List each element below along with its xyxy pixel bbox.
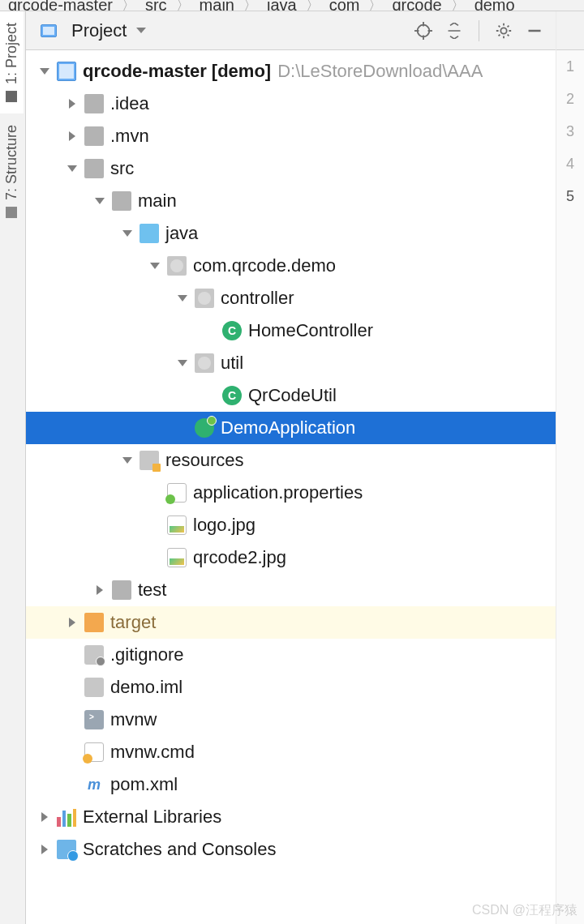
gutter-line-number[interactable]: 2 <box>556 83 584 115</box>
props-icon <box>167 483 187 503</box>
tree-node-controller[interactable]: controller <box>26 282 556 314</box>
tree-node-label: test <box>138 580 166 601</box>
spring-icon <box>195 418 214 438</box>
tree-node-label: HomeController <box>248 320 373 341</box>
breadcrumb[interactable]: qrcode-master〉src〉main〉java〉com〉qrcode〉d… <box>0 0 584 11</box>
tree-node-qrcode-master[interactable]: qrcode-master[demo]D:\LeStoreDownload\AA… <box>26 55 556 88</box>
collapse-icon[interactable] <box>148 263 162 269</box>
tree-node-demoapplication[interactable]: DemoApplication <box>26 412 556 444</box>
tree-node--gitignore[interactable]: .gitignore <box>26 639 556 671</box>
tree-node-scratches-and-consoles[interactable]: Scratches and Consoles <box>26 833 556 866</box>
expand-all-button[interactable] <box>443 19 466 42</box>
project-title-dropdown[interactable]: Project <box>71 20 146 41</box>
expand-icon[interactable] <box>65 99 79 109</box>
tree-node-homecontroller[interactable]: HomeController <box>26 314 556 347</box>
tree-node-label: .idea <box>110 93 149 114</box>
watermark-text: CSDN @汪程序猿 <box>472 902 578 919</box>
tree-node--mvn[interactable]: .mvn <box>26 120 556 152</box>
img-icon <box>167 515 187 535</box>
tree-node-label: mvnw.cmd <box>110 742 195 763</box>
hide-panel-button[interactable] <box>523 19 546 42</box>
tool-tab-structure[interactable]: 7: Structure <box>0 113 24 229</box>
sh-icon <box>84 710 104 729</box>
expand-icon[interactable] <box>37 812 52 822</box>
tree-node-resources[interactable]: resources <box>26 444 556 477</box>
breadcrumb-segment[interactable]: demo <box>474 0 515 11</box>
tree-node-qrcode2-jpg[interactable]: qrcode2.jpg <box>26 541 556 574</box>
editor-gutter: 12345 <box>556 11 584 924</box>
collapse-icon[interactable] <box>120 457 135 464</box>
tree-node-label: resources <box>165 450 244 471</box>
collapse-icon[interactable] <box>92 198 107 204</box>
collapse-icon[interactable] <box>120 230 135 237</box>
pkg-icon <box>195 353 214 373</box>
tree-node--idea[interactable]: .idea <box>26 88 556 120</box>
tree-node-util[interactable]: util <box>26 347 556 379</box>
tree-node-application-properties[interactable]: application.properties <box>26 477 556 509</box>
tree-node-label: demo.iml <box>110 677 182 698</box>
tree-node-com-qrcode-demo[interactable]: com.qrcode.demo <box>26 250 556 282</box>
tree-node-java[interactable]: java <box>26 217 556 250</box>
settings-button[interactable] <box>492 19 515 42</box>
pkg-icon <box>195 289 214 308</box>
folder-icon <box>112 191 131 211</box>
tree-node-mvnw-cmd[interactable]: mvnw.cmd <box>26 736 556 768</box>
gutter-line-number[interactable]: 3 <box>556 115 584 148</box>
tree-node-src[interactable]: src <box>26 152 556 185</box>
locate-button[interactable] <box>412 19 435 42</box>
folder-icon <box>84 126 104 146</box>
breadcrumb-segment[interactable]: com <box>329 0 360 11</box>
expand-icon[interactable] <box>37 845 52 854</box>
collapse-icon[interactable] <box>65 165 79 172</box>
tree-node-external-libraries[interactable]: External Libraries <box>26 801 556 833</box>
tree-node-main[interactable]: main <box>26 185 556 217</box>
expand-icon[interactable] <box>65 131 79 141</box>
tree-node-qrcodeutil[interactable]: QrCodeUtil <box>26 379 556 412</box>
project-tree[interactable]: qrcode-master[demo]D:\LeStoreDownload\AA… <box>26 50 556 924</box>
tree-node-label: Scratches and Consoles <box>83 839 276 860</box>
breadcrumb-segment[interactable]: qrcode-master <box>8 0 113 11</box>
collapse-icon[interactable] <box>175 360 190 366</box>
tree-node-label: DemoApplication <box>221 417 355 438</box>
tree-node-label: qrcode2.jpg <box>193 547 286 568</box>
class-icon <box>222 321 242 340</box>
module-path: D:\LeStoreDownload\AAA <box>277 61 483 82</box>
tree-node-label: application.properties <box>193 482 363 503</box>
gutter-line-number[interactable]: 1 <box>556 50 584 83</box>
tree-node-test[interactable]: test <box>26 574 556 606</box>
breadcrumb-separator-icon: 〉 <box>121 0 137 11</box>
folder-icon <box>84 159 104 178</box>
collapse-icon[interactable] <box>37 68 52 75</box>
minimize-icon <box>526 23 543 39</box>
gutter-line-number[interactable]: 5 <box>556 180 584 212</box>
tree-node-label: External Libraries <box>83 806 221 828</box>
tree-node-target[interactable]: target <box>26 606 556 639</box>
tree-node-pom-xml[interactable]: pom.xml <box>26 768 556 801</box>
breadcrumb-separator-icon: 〉 <box>175 0 191 11</box>
tree-node-logo-jpg[interactable]: logo.jpg <box>26 509 556 541</box>
breadcrumb-segment[interactable]: src <box>145 0 167 11</box>
gear-icon <box>495 22 513 40</box>
chevron-down-icon <box>136 28 146 33</box>
folder-icon <box>84 94 104 113</box>
breadcrumb-separator-icon: 〉 <box>305 0 321 11</box>
tree-node-label: .mvn <box>110 126 149 147</box>
gutter-line-number[interactable]: 4 <box>556 148 584 180</box>
target-icon <box>84 613 104 632</box>
crosshair-icon <box>414 22 432 40</box>
tree-node-label: util <box>221 353 243 374</box>
expand-icon[interactable] <box>92 585 107 595</box>
expand-icon[interactable] <box>65 618 79 627</box>
breadcrumb-segment[interactable]: qrcode <box>392 0 441 11</box>
collapse-icon[interactable] <box>175 295 190 302</box>
tool-tab-project[interactable]: 1: Project <box>0 11 24 113</box>
tree-node-mvnw[interactable]: mvnw <box>26 704 556 736</box>
svg-point-5 <box>500 28 506 33</box>
breadcrumb-segment[interactable]: main <box>200 0 234 11</box>
breadcrumb-separator-icon: 〉 <box>450 0 466 11</box>
tree-node-label: com.qrcode.demo <box>193 255 336 276</box>
tree-node-label: java <box>165 223 198 244</box>
tree-node-label: src <box>110 158 134 179</box>
breadcrumb-segment[interactable]: java <box>267 0 297 11</box>
tree-node-demo-iml[interactable]: demo.iml <box>26 671 556 704</box>
